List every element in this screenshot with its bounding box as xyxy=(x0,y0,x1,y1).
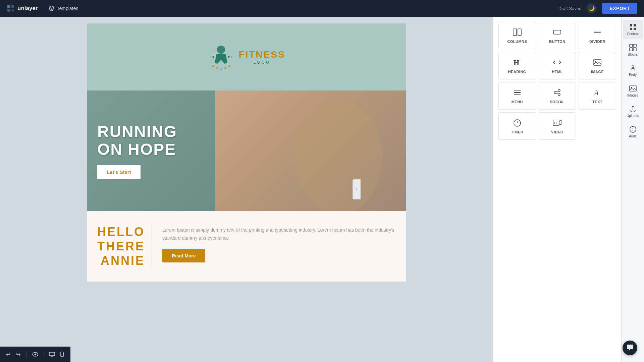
redo-button[interactable]: ↪ xyxy=(15,349,21,359)
hero-cta-button[interactable]: Let's Start xyxy=(97,165,141,179)
images-tab-label: Images xyxy=(627,94,638,97)
logo-subtitle: LOGO xyxy=(238,60,285,65)
tool-image[interactable]: IMAGE xyxy=(579,52,616,79)
tool-heading[interactable]: H HEADING xyxy=(498,52,536,79)
blocks-tab-label: Blocks xyxy=(628,53,638,56)
svg-point-4 xyxy=(217,46,225,54)
undo-button[interactable]: ↩ xyxy=(5,349,11,359)
tool-button[interactable]: BUTTON xyxy=(539,22,576,49)
svg-rect-38 xyxy=(633,44,636,47)
hero-person-shape xyxy=(278,90,386,211)
svg-rect-33 xyxy=(630,24,632,26)
svg-text:★: ★ xyxy=(224,66,227,70)
image-icon xyxy=(593,58,602,67)
svg-rect-0 xyxy=(7,5,10,8)
content-left: HELLO THERE ANNIE xyxy=(97,225,152,268)
sidebar-tab-images[interactable]: Images xyxy=(623,81,643,101)
text-icon: A xyxy=(593,88,602,97)
tool-menu[interactable]: MENU xyxy=(498,82,536,110)
svg-rect-49 xyxy=(49,352,55,356)
content-right: Lorem Ipsum is simply dummy text of the … xyxy=(162,225,396,262)
body-tab-icon xyxy=(629,64,637,72)
mobile-view-button[interactable] xyxy=(59,349,65,359)
svg-rect-1 xyxy=(11,5,14,8)
tool-html[interactable]: HTML xyxy=(539,52,576,79)
sidebar-tab-uploads[interactable]: Uploads xyxy=(623,102,643,121)
logo-text-container: FITNESS LOGO xyxy=(238,49,285,65)
timer-icon xyxy=(513,118,522,127)
preview-button[interactable] xyxy=(32,349,38,359)
columns-icon xyxy=(513,27,522,37)
tool-menu-label: MENU xyxy=(512,100,523,104)
svg-rect-12 xyxy=(518,29,521,36)
fitness-logo: ★ ★ ★ ★ ★ FITNESS LOGO xyxy=(208,43,285,71)
main-layout: ★ ★ ★ ★ ★ FITNESS LOGO xyxy=(0,17,644,362)
html-icon xyxy=(552,58,562,67)
uploads-tab-icon xyxy=(629,105,637,113)
svg-rect-13 xyxy=(553,30,561,34)
canvas-area: ★ ★ ★ ★ ★ FITNESS LOGO xyxy=(0,17,493,362)
svg-point-21 xyxy=(554,92,556,94)
svg-point-41 xyxy=(632,66,634,68)
tool-timer[interactable]: TIMER xyxy=(498,112,536,140)
svg-line-24 xyxy=(556,91,558,92)
chat-bubble[interactable] xyxy=(623,341,637,355)
top-nav: unlayer Templates Draft Saved 🌙 EXPORT xyxy=(0,0,644,17)
sidebar-tab-audit[interactable]: Audit xyxy=(623,122,643,141)
tool-columns[interactable]: COLUMNS xyxy=(498,22,536,49)
tool-image-label: IMAGE xyxy=(591,70,604,74)
hello-line2: THERE xyxy=(97,239,145,253)
tool-video-label: VIDEO xyxy=(551,130,564,134)
svg-text:A: A xyxy=(594,89,599,97)
svg-rect-40 xyxy=(633,48,636,51)
hero-title-line1: RUNNING xyxy=(97,123,177,141)
desktop-icon xyxy=(49,352,55,357)
heading-icon: H xyxy=(513,58,522,67)
desktop-view-button[interactable] xyxy=(49,349,55,359)
svg-text:★: ★ xyxy=(228,64,231,68)
divider-icon xyxy=(593,27,602,37)
tool-text[interactable]: A TEXT xyxy=(579,82,616,110)
svg-point-48 xyxy=(34,354,36,355)
images-tab-icon xyxy=(629,85,637,92)
read-more-button[interactable]: Read More xyxy=(162,249,205,262)
tool-social[interactable]: SOCIAL xyxy=(539,82,576,110)
sidebar-tab-body[interactable]: Body xyxy=(623,61,643,80)
panel-toggle[interactable]: › xyxy=(353,179,361,199)
right-panel: COLUMNS BUTTON DIVIDER xyxy=(493,17,644,362)
social-icon xyxy=(552,88,562,97)
menu-icon xyxy=(513,88,522,97)
svg-point-22 xyxy=(558,89,560,92)
hello-text: HELLO THERE ANNIE xyxy=(97,225,145,268)
sidebar-tab-content[interactable]: Content xyxy=(623,20,643,39)
nav-templates[interactable]: Templates xyxy=(49,5,78,11)
theme-toggle[interactable]: 🌙 xyxy=(587,3,597,13)
content-tab-icon xyxy=(629,23,637,31)
logo[interactable]: unlayer xyxy=(7,4,38,12)
template-header: ★ ★ ★ ★ ★ FITNESS LOGO xyxy=(87,23,406,90)
tool-social-label: SOCIAL xyxy=(550,100,565,104)
svg-point-43 xyxy=(631,87,632,88)
hero-title-line2: ON HOPE xyxy=(97,141,177,159)
svg-rect-35 xyxy=(630,28,632,30)
far-right-sidebar: Content Blocks Body xyxy=(621,17,644,362)
svg-text:H: H xyxy=(514,58,519,67)
tool-columns-label: COLUMNS xyxy=(507,40,527,44)
nav-separator xyxy=(43,4,43,12)
blocks-tab-icon xyxy=(629,44,637,51)
svg-line-25 xyxy=(556,93,558,94)
tools-grid: COLUMNS BUTTON DIVIDER xyxy=(498,22,616,140)
svg-text:★: ★ xyxy=(216,66,219,70)
tool-text-label: TEXT xyxy=(592,100,602,104)
export-button[interactable]: EXPORT xyxy=(602,3,637,14)
tool-divider[interactable]: DIVIDER xyxy=(579,22,616,49)
layers-icon xyxy=(49,5,55,11)
content-section: HELLO THERE ANNIE Lorem Ipsum is simply … xyxy=(87,211,406,282)
sidebar-tab-blocks[interactable]: Blocks xyxy=(623,41,643,60)
hello-line3: ANNIE xyxy=(97,253,145,268)
svg-point-10 xyxy=(295,101,382,211)
mobile-icon xyxy=(60,352,64,357)
tool-html-label: HTML xyxy=(552,70,563,74)
svg-rect-16 xyxy=(594,59,601,65)
tool-video[interactable]: VIDEO xyxy=(539,112,576,140)
